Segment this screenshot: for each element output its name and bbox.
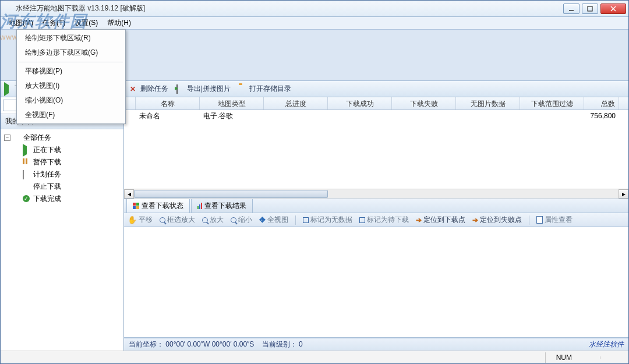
- pt-props-label: 属性查看: [545, 215, 573, 225]
- arrow-icon: ➔: [416, 216, 422, 224]
- dd-full-view[interactable]: 全视图(F): [17, 108, 125, 122]
- toolbar-delete-task[interactable]: ✕删除任务: [130, 84, 168, 94]
- menu-settings[interactable]: 设置(S): [70, 17, 103, 29]
- tab-result[interactable]: 查看下载结果: [191, 199, 253, 213]
- level-label: 当前级别：: [262, 340, 297, 348]
- pt-properties[interactable]: 属性查看: [536, 215, 573, 225]
- brand-text: 水经注软件: [589, 340, 624, 349]
- col-progress[interactable]: 总进度: [264, 97, 328, 109]
- tree-label-completed: 下载完成: [33, 194, 61, 204]
- coord-value: 00°00′ 0.00″W 00°00′ 0.00″S: [165, 340, 254, 348]
- dd-draw-polygon[interactable]: 绘制多边形下载区域(G): [17, 45, 125, 60]
- pt-pan-label: 平移: [139, 215, 153, 225]
- pt-locatedl-label: 定位到下载点: [423, 215, 465, 225]
- result-tabs: 查看下载状态 查看下载结果: [124, 199, 628, 213]
- menu-help[interactable]: 帮助(H): [103, 17, 136, 29]
- pt-mark-pending[interactable]: 标记为待下载: [359, 215, 409, 225]
- minimize-button[interactable]: [563, 3, 579, 14]
- preview-canvas[interactable]: [124, 227, 628, 338]
- cell-noimg: [456, 115, 520, 117]
- tree-label-paused: 暂停下载: [33, 157, 61, 167]
- pt-pan[interactable]: ✋平移: [128, 215, 153, 225]
- scroll-track[interactable]: [134, 189, 619, 199]
- status-empty: [600, 356, 621, 359]
- scroll-left-icon[interactable]: ◂: [124, 189, 134, 199]
- square-icon: [359, 217, 365, 223]
- pt-locate-fail[interactable]: ➔定位到失败点: [472, 215, 522, 225]
- app-statusbar: NUM: [1, 351, 628, 363]
- tree-node-downloading[interactable]: 正在下载: [4, 144, 120, 156]
- col-maptype[interactable]: 地图类型: [200, 97, 264, 109]
- grid-header: 名称 地图类型 总进度 下载成功 下载失败 无图片数据 下载范围过滤 总数: [124, 97, 628, 110]
- window-title: 水经注万能地图下载器 v13.19.12 [破解版]: [16, 3, 563, 13]
- tree-node-completed[interactable]: ✓下载完成: [4, 193, 120, 205]
- pt-zoom-out[interactable]: 缩小: [231, 215, 252, 225]
- col-filter[interactable]: 下载范围过滤: [520, 97, 584, 109]
- tree-node-paused[interactable]: 暂停下载: [4, 156, 120, 168]
- bars-icon: [197, 203, 202, 209]
- cell-name: 未命名: [136, 110, 200, 122]
- zoom-in-icon: [202, 217, 208, 223]
- table-row[interactable]: 未命名 电子.谷歌 756,800: [124, 110, 628, 122]
- pt-boxzoom-label: 框选放大: [167, 215, 195, 225]
- svg-rect-1: [588, 6, 592, 11]
- coord-readout: 当前坐标： 00°00′ 0.00″W 00°00′ 0.00″S 当前级别： …: [129, 340, 589, 349]
- tree-node-scheduled[interactable]: 计划任务: [4, 168, 120, 181]
- tab-status[interactable]: 查看下载状态: [126, 199, 190, 213]
- pt-full-view[interactable]: ✥全视图: [259, 215, 288, 225]
- pt-locatefail-label: 定位到失败点: [480, 215, 522, 225]
- folder-icon: [13, 134, 21, 142]
- dd-zoom-out-view[interactable]: 缩小视图(O): [17, 93, 125, 108]
- col-total[interactable]: 总数: [584, 97, 619, 109]
- toolbar-separator: [295, 215, 296, 225]
- dd-pan-view[interactable]: 平移视图(P): [17, 64, 125, 79]
- toolbar-export[interactable]: 导出|拼接图片: [176, 84, 231, 94]
- fullview-icon: ✥: [259, 215, 266, 224]
- tree-label-downloading: 正在下载: [33, 145, 61, 155]
- tree-root-all-tasks[interactable]: − 全部任务: [4, 132, 120, 144]
- cell-filter: [520, 115, 584, 117]
- close-button[interactable]: [600, 3, 626, 14]
- arrow-icon: ➔: [472, 216, 478, 224]
- level-value: 0: [299, 340, 303, 348]
- dd-draw-rect[interactable]: 绘制矩形下载区域(R): [17, 31, 125, 45]
- tab-result-label: 查看下载结果: [204, 201, 246, 211]
- menu-task[interactable]: 任务(T): [38, 17, 70, 29]
- zoom-out-icon: [231, 217, 236, 223]
- pt-zoom-in[interactable]: 放大: [202, 215, 224, 225]
- toolbar-export-label: 导出|拼接图片: [187, 84, 231, 94]
- cell-fail: [392, 115, 456, 117]
- grid-hscroll[interactable]: ◂ ▸: [124, 189, 628, 199]
- tree-root-label: 全部任务: [23, 133, 51, 143]
- pt-locate-download[interactable]: ➔定位到下载点: [416, 215, 465, 225]
- pt-box-zoom[interactable]: 框选放大: [160, 215, 195, 225]
- scroll-thumb[interactable]: [134, 190, 328, 198]
- maximize-button[interactable]: [582, 3, 598, 14]
- body-split: 搜索 我的下载 − 全部任务 正在下载 暂停下载 计划任务 停止下载 ✓下载完成: [1, 97, 628, 351]
- window-controls: [563, 3, 626, 14]
- tab-status-label: 查看下载状态: [142, 201, 183, 211]
- pt-nodata-label: 标记为无数据: [310, 215, 352, 225]
- tree-label-stopped: 停止下载: [33, 182, 61, 192]
- toolbar-open-folder[interactable]: 打开存储目录: [239, 84, 291, 94]
- pt-zoomin-label: 放大: [210, 215, 224, 225]
- menu-map[interactable]: 地图(M): [4, 17, 38, 29]
- pt-full-label: 全视图: [267, 215, 288, 225]
- scroll-right-icon[interactable]: ▸: [619, 189, 628, 199]
- pt-mark-nodata[interactable]: 标记为无数据: [303, 215, 352, 225]
- map-status-bar: 当前坐标： 00°00′ 0.00″W 00°00′ 0.00″S 当前级别： …: [124, 338, 628, 351]
- col-blank[interactable]: [124, 97, 136, 109]
- dd-zoom-in-view[interactable]: 放大视图(I): [17, 79, 125, 93]
- col-fail[interactable]: 下载失败: [392, 97, 456, 109]
- col-name[interactable]: 名称: [136, 97, 200, 109]
- cell-progress: [264, 115, 328, 117]
- coord-label: 当前坐标：: [129, 340, 164, 348]
- col-success[interactable]: 下载成功: [328, 97, 392, 109]
- collapse-icon[interactable]: −: [4, 135, 10, 141]
- menubar: 地图(M) 任务(T) 设置(S) 帮助(H): [1, 17, 628, 30]
- pt-pending-label: 标记为待下载: [367, 215, 409, 225]
- col-noimg[interactable]: 无图片数据: [456, 97, 520, 109]
- tree-node-stopped[interactable]: 停止下载: [4, 181, 120, 193]
- preview-toolbar: ✋平移 框选放大 放大 缩小 ✥全视图 标记为无数据 标记为待下载 ➔定位到下载…: [124, 213, 628, 227]
- map-menu-dropdown: 绘制矩形下载区域(R) 绘制多边形下载区域(G) 平移视图(P) 放大视图(I)…: [16, 29, 126, 124]
